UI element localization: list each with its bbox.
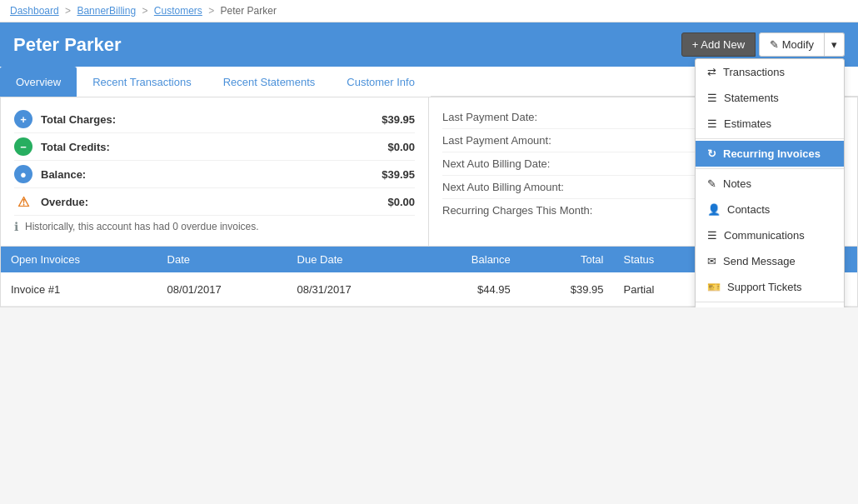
communications-icon: ☰ [707,229,717,242]
balance-label: Balance: [41,168,357,181]
page-header: Peter Parker + Add New ✎ Modify ▾ ⇄ Tran… [0,22,858,67]
total-charges-label: Total Charges: [41,113,357,126]
overdue-value: $0.00 [357,196,415,208]
menu-item-recurring-invoices[interactable]: ↻ Recurring Invoices [696,141,844,167]
breadcrumb: Dashboard > BannerBilling > Customers > … [0,0,858,22]
add-new-group: + Add New [681,32,756,57]
contacts-icon: 👤 [707,203,721,216]
col-status: Status [613,247,702,272]
total-credits-label: Total Credits: [41,141,357,153]
col-open-invoices: Open Invoices [1,247,157,272]
send-message-icon: ✉ [707,255,716,267]
page-title: Peter Parker [13,34,122,56]
info-icon: ℹ [14,220,18,233]
menu-item-statements[interactable]: ☰ Statements [696,85,844,111]
modify-group: ✎ Modify ▾ [759,32,845,57]
menu-item-support-tickets[interactable]: 🎫 Support Tickets [696,274,844,300]
credits-icon: − [14,137,32,156]
col-date: Date [157,247,287,272]
menu-item-estimates[interactable]: ☰ Estimates [696,111,844,137]
menu-item-communications[interactable]: ☰ Communications [696,222,844,248]
summary-row-overdue: ⚠ Overdue: $0.00 [14,188,415,216]
notes-icon: ✎ [707,177,716,190]
recurring-invoices-icon: ↻ [707,147,716,160]
menu-item-send-message[interactable]: ✉ Send Message [696,248,844,274]
menu-item-notes[interactable]: ✎ Notes [696,171,844,197]
statements-icon: ☰ [707,92,717,104]
col-balance: Balance [417,247,521,272]
invoice-balance: $44.95 [417,272,521,307]
breadcrumb-bannerbilling[interactable]: BannerBilling [77,5,136,17]
transactions-icon: ⇄ [707,66,716,78]
modify-button[interactable]: ✎ Modify [759,32,825,57]
overdue-icon: ⚠ [14,192,32,211]
estimates-icon: ☰ [707,117,717,130]
summary-note-text: Historically, this account has had 0 ove… [25,221,259,232]
breadcrumb-customers[interactable]: Customers [154,5,202,17]
summary-row-balance: ● Balance: $39.95 [14,161,415,188]
col-total: Total [521,247,614,272]
summary-row-total-charges: + Total Charges: $39.95 [14,106,415,133]
total-credits-value: $0.00 [357,141,415,153]
tab-recent-statements[interactable]: Recent Statements [207,67,332,97]
invoice-status: Partial [613,272,702,307]
balance-icon: ● [14,165,32,183]
menu-item-transactions[interactable]: ⇄ Transactions [696,59,844,85]
menu-item-delete-customer[interactable]: ✖ Delete Customer [696,304,844,307]
tab-overview[interactable]: Overview [0,67,77,97]
summary-note: ℹ Historically, this account has had 0 o… [14,216,415,237]
breadcrumb-current: Peter Parker [221,5,277,17]
support-tickets-icon: 🎫 [707,281,721,293]
invoice-due-date: 08/31/2017 [287,272,417,307]
summary-row-total-credits: − Total Credits: $0.00 [14,133,415,161]
invoice-total: $39.95 [521,272,614,307]
overdue-label: Overdue: [41,196,357,208]
menu-divider-3 [696,302,844,302]
menu-divider-1 [696,138,844,139]
invoice-name: Invoice #1 [1,272,157,307]
charges-icon: + [14,110,32,128]
summary-left: + Total Charges: $39.95 − Total Credits:… [1,97,429,246]
breadcrumb-dashboard[interactable]: Dashboard [10,5,59,17]
tab-recent-transactions[interactable]: Recent Transactions [77,67,207,97]
menu-item-contacts[interactable]: 👤 Contacts [696,197,844,222]
total-charges-value: $39.95 [357,113,415,126]
invoice-date: 08/01/2017 [157,272,287,307]
balance-value: $39.95 [357,168,415,181]
dropdown-menu: ⇄ Transactions ☰ Statements ☰ Estimates … [695,58,845,307]
col-due-date: Due Date [287,247,417,272]
modify-dropdown-button[interactable]: ▾ [825,32,845,57]
header-actions: + Add New ✎ Modify ▾ ⇄ Transactions ☰ St… [681,32,845,57]
menu-divider-2 [696,168,844,169]
tab-customer-info[interactable]: Customer Info [331,67,431,97]
add-new-button[interactable]: + Add New [681,32,756,57]
